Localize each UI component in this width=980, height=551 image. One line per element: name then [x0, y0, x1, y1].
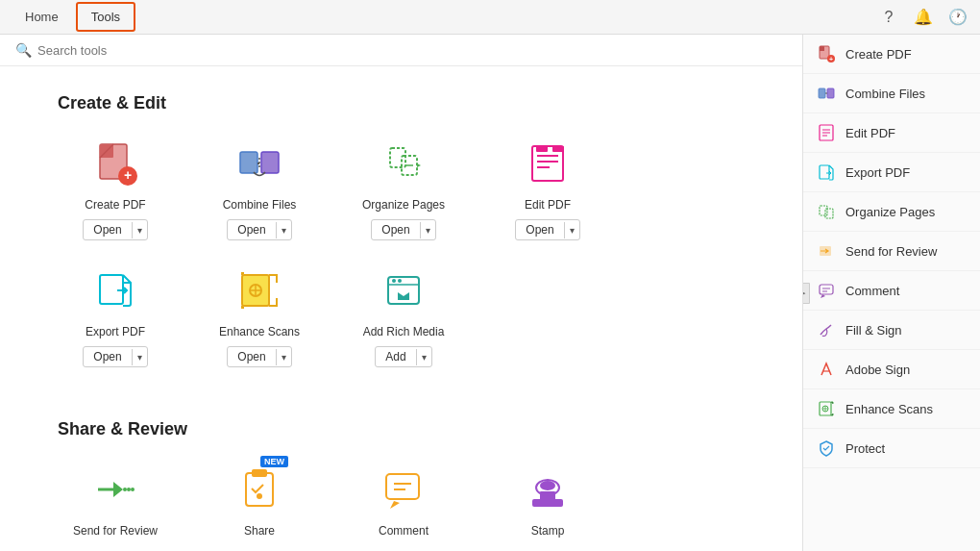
sidebar-comment-label: Comment — [845, 284, 899, 298]
svg-rect-6 — [261, 152, 279, 173]
tool-stamp[interactable]: Stamp — [490, 463, 605, 545]
sidebar-export-pdf-label: Export PDF — [845, 165, 910, 180]
comment-name: Comment — [379, 524, 429, 538]
sidebar-combine-files-icon — [817, 84, 836, 103]
svg-point-22 — [398, 279, 402, 283]
search-input[interactable] — [37, 43, 787, 58]
sidebar-adobe-sign-icon — [817, 360, 836, 379]
bell-icon[interactable]: 🔔 — [913, 7, 934, 28]
home-tab-label: Home — [25, 10, 59, 24]
combine-files-icon — [231, 137, 288, 190]
sidebar-item-edit-pdf[interactable]: Edit PDF — [803, 113, 980, 153]
tool-export-pdf[interactable]: Export PDF Open ▾ — [58, 263, 173, 367]
svg-rect-42 — [819, 88, 825, 98]
svg-point-23 — [123, 488, 127, 491]
share-review-grid: Send for Review NEW — [58, 463, 745, 551]
svg-rect-39 — [820, 46, 824, 51]
tools-tab-label: Tools — [91, 10, 120, 24]
enhance-scans-name: Enhance Scans — [219, 325, 300, 338]
organize-pages-icon — [375, 137, 432, 190]
search-icon: 🔍 — [15, 42, 32, 58]
top-nav: Home Tools ? 🔔 🕐 — [0, 0, 980, 35]
sidebar-adobe-sign-label: Adobe Sign — [845, 363, 910, 377]
sidebar-send-review-label: Send for Review — [845, 244, 937, 259]
sidebar-edit-pdf-label: Edit PDF — [845, 126, 895, 140]
add-rich-media-icon — [375, 263, 432, 317]
sidebar-enhance-scans-label: Enhance Scans — [845, 402, 933, 416]
sidebar-item-combine-files[interactable]: Combine Files — [803, 74, 980, 113]
search-bar: 🔍 — [0, 35, 802, 66]
svg-text:+: + — [829, 56, 833, 63]
share-new-icon: NEW — [231, 463, 288, 516]
svg-rect-29 — [386, 474, 419, 499]
sidebar-organize-pages-label: Organize Pages — [845, 205, 935, 219]
sidebar-send-review-icon — [817, 241, 836, 261]
stamp-name: Stamp — [531, 524, 565, 538]
svg-rect-7 — [390, 148, 405, 167]
svg-point-21 — [392, 279, 396, 283]
enhance-scans-icon — [231, 263, 288, 317]
main-layout: 🔍 Create & Edit + — [0, 35, 980, 551]
tool-edit-pdf[interactable]: Edit PDF Open ▾ — [490, 137, 605, 240]
sidebar-item-adobe-sign[interactable]: Adobe Sign — [803, 350, 980, 389]
sidebar-organize-pages-icon — [817, 202, 836, 221]
sidebar-item-fill-sign[interactable]: Fill & Sign — [803, 311, 980, 350]
organize-pages-btn[interactable]: Open ▾ — [371, 219, 435, 240]
organize-pages-name: Organize Pages — [362, 198, 445, 212]
sidebar-create-pdf-label: Create PDF — [845, 47, 912, 62]
create-edit-section: Create & Edit + Create PDF — [0, 66, 802, 400]
sidebar-export-pdf-icon — [817, 163, 836, 182]
tool-share-new[interactable]: NEW Share — [202, 463, 317, 545]
svg-rect-48 — [820, 165, 829, 179]
enhance-scans-btn[interactable]: Open ▾ — [227, 346, 291, 367]
tool-organize-pages[interactable]: Organize Pages Open ▾ — [346, 137, 461, 240]
sidebar-create-pdf-icon: + — [817, 44, 836, 63]
tool-create-pdf[interactable]: + Create PDF Open ▾ — [58, 137, 173, 240]
edit-pdf-btn[interactable]: Open ▾ — [515, 219, 579, 240]
svg-rect-14 — [552, 146, 564, 152]
sidebar-item-organize-pages[interactable]: Organize Pages — [803, 192, 980, 232]
clock-icon[interactable]: 🕐 — [947, 7, 968, 28]
sidebar-protect-label: Protect — [845, 441, 885, 456]
sidebar-protect-icon — [817, 438, 836, 458]
sidebar-fill-sign-label: Fill & Sign — [845, 323, 902, 338]
create-edit-title: Create & Edit — [58, 93, 745, 113]
svg-rect-5 — [240, 152, 257, 173]
right-sidebar: ▶ + Create PDF Combin — [802, 35, 980, 551]
sidebar-toggle[interactable]: ▶ — [802, 283, 810, 304]
create-pdf-btn[interactable]: Open ▾ — [83, 219, 147, 240]
home-tab[interactable]: Home — [12, 4, 72, 30]
share-new-name: Share — [244, 524, 275, 538]
stamp-icon — [519, 463, 576, 516]
sidebar-item-send-review[interactable]: Send for Review — [803, 232, 980, 271]
svg-text:+: + — [124, 167, 132, 183]
tool-send-review[interactable]: Send for Review — [58, 463, 173, 545]
export-pdf-btn[interactable]: Open ▾ — [83, 346, 147, 367]
combine-files-name: Combine Files — [223, 198, 297, 212]
export-pdf-name: Export PDF — [86, 325, 145, 338]
tools-tab[interactable]: Tools — [76, 2, 135, 32]
svg-rect-50 — [825, 209, 833, 218]
sidebar-item-protect[interactable]: Protect — [803, 429, 980, 468]
svg-rect-13 — [536, 146, 548, 152]
new-badge: NEW — [260, 456, 288, 467]
tool-combine-files[interactable]: Combine Files Open ▾ — [202, 137, 317, 240]
sidebar-item-enhance-scans[interactable]: Enhance Scans — [803, 389, 980, 429]
sidebar-item-comment[interactable]: Comment — [803, 271, 980, 311]
create-pdf-name: Create PDF — [85, 198, 145, 212]
edit-pdf-icon — [519, 137, 576, 190]
tool-enhance-scans[interactable]: Enhance Scans Open ▾ — [202, 263, 317, 367]
add-rich-media-btn[interactable]: Add ▾ — [375, 346, 431, 367]
combine-files-btn[interactable]: Open ▾ — [227, 219, 291, 240]
svg-point-25 — [131, 488, 135, 491]
help-icon[interactable]: ? — [878, 7, 899, 28]
nav-icons: ? 🔔 🕐 — [878, 7, 968, 28]
sidebar-enhance-scans-icon — [817, 399, 836, 418]
send-review-name: Send for Review — [73, 524, 158, 538]
sidebar-item-create-pdf[interactable]: + Create PDF — [803, 35, 980, 74]
tool-add-rich-media[interactable]: Add Rich Media Add ▾ — [346, 263, 461, 367]
tool-comment[interactable]: Comment — [346, 463, 461, 545]
sidebar-item-export-pdf[interactable]: Export PDF — [803, 153, 980, 192]
add-rich-media-name: Add Rich Media — [363, 325, 445, 338]
svg-point-24 — [127, 488, 131, 491]
